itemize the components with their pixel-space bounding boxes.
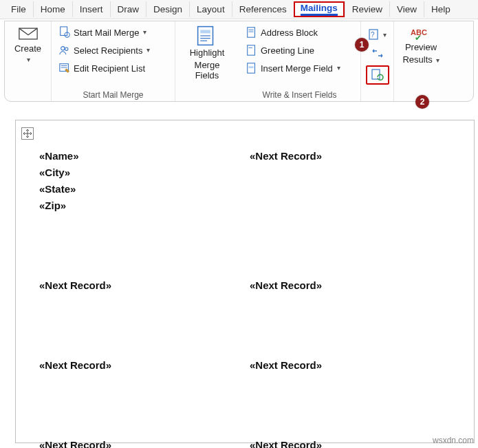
group-create: Create ▾ — [5, 21, 52, 101]
people-icon — [58, 44, 71, 56]
list-edit-icon — [58, 62, 71, 74]
group-label-start-mail-merge: Start Mail Merge — [56, 89, 171, 100]
svg-rect-9 — [200, 30, 210, 34]
chevron-down-icon: ▾ — [383, 31, 387, 39]
label-cell-2: «Next Record» — [250, 148, 460, 214]
label-cell-6: «Next Record» — [250, 357, 460, 374]
svg-point-4 — [65, 47, 68, 50]
active-tab-underline — [301, 14, 338, 16]
tab-mailings-label: Mailings — [301, 3, 338, 13]
tab-file[interactable]: File — [4, 1, 33, 17]
tab-layout[interactable]: Layout — [189, 1, 232, 17]
tab-draw[interactable]: Draw — [110, 1, 146, 17]
ribbon: Create ▾ Start Mail Merge ▾ Select Recip… — [4, 21, 474, 102]
tab-insert[interactable]: Insert — [72, 1, 110, 17]
document-canvas: «Name» «City» «State» «Zip» «Next Record… — [15, 120, 475, 443]
ribbon-tabs: File Home Insert Draw Design Layout Refe… — [0, 0, 478, 19]
merge-field-next-record: «Next Record» — [250, 277, 460, 294]
create-button[interactable]: Create ▾ — [9, 24, 47, 65]
insert-merge-field-label: Insert Merge Field — [261, 64, 333, 73]
document-icon — [246, 44, 258, 56]
start-mail-merge-button[interactable]: Start Mail Merge ▾ — [56, 24, 171, 41]
address-block-button[interactable]: Address Block — [243, 24, 356, 41]
rules-button[interactable]: ? ▾ — [368, 27, 387, 42]
svg-text:✔: ✔ — [415, 33, 422, 41]
abc-check-icon: ABC✔ — [409, 25, 433, 41]
merge-field-next-record: «Next Record» — [250, 357, 460, 374]
update-labels-highlight — [366, 65, 389, 85]
create-label: Create — [14, 43, 41, 54]
svg-rect-13 — [248, 28, 255, 37]
group-start-mail-merge: Start Mail Merge ▾ Select Recipients ▾ E… — [52, 21, 175, 101]
edit-recipient-list-label: Edit Recipient List — [74, 64, 145, 73]
tab-references[interactable]: References — [232, 1, 294, 17]
merge-field-next-record: «Next Record» — [39, 357, 250, 374]
address-block-label: Address Block — [261, 28, 318, 37]
label-cell-5: «Next Record» — [39, 357, 250, 374]
highlight-line1: Highlight — [190, 47, 225, 58]
badge-1: 1 — [355, 38, 369, 52]
merge-field-name: «Name» — [39, 148, 250, 164]
merge-field-next-record: «Next Record» — [39, 277, 250, 294]
group-highlight: Highlight Merge Fields — [175, 21, 239, 101]
tab-home[interactable]: Home — [33, 1, 72, 17]
highlight-line2: Merge Fields — [184, 60, 230, 81]
highlight-merge-fields-button[interactable]: Highlight Merge Fields — [180, 24, 235, 83]
table-move-handle[interactable] — [21, 127, 34, 140]
group-tools: ? ▾ — [361, 21, 394, 101]
label-cell-3: «Next Record» — [39, 277, 250, 294]
chevron-down-icon: ▾ — [434, 56, 439, 64]
rules-icon: ? — [368, 28, 382, 41]
edit-recipient-list-button[interactable]: Edit Recipient List — [56, 60, 171, 76]
match-fields-button[interactable] — [368, 46, 387, 61]
tab-design[interactable]: Design — [146, 1, 189, 17]
select-recipients-button[interactable]: Select Recipients ▾ — [56, 42, 171, 58]
merge-field-city: «City» — [39, 164, 250, 181]
insert-merge-field-button[interactable]: Insert Merge Field ▾ — [243, 60, 356, 76]
merge-field-next-record: «Next Record» — [250, 148, 460, 164]
chevron-down-icon: ▾ — [146, 47, 150, 54]
highlight-doc-icon — [195, 25, 219, 46]
label-cell-7: «Next Record» — [39, 437, 250, 448]
preview-line1: Preview — [405, 42, 437, 53]
document-gear-icon — [58, 26, 71, 39]
preview-results-button[interactable]: ABC✔ Preview Results ▾ — [398, 24, 444, 66]
start-mail-merge-label: Start Mail Merge — [74, 28, 139, 37]
greeting-line-label: Greeting Line — [261, 46, 314, 55]
chevron-down-icon: ▾ — [27, 56, 30, 64]
group-write-insert: Address Block Greeting Line Insert Merge… — [239, 21, 361, 101]
svg-rect-19 — [249, 66, 254, 68]
merge-field-zip: «Zip» — [39, 198, 250, 214]
tab-view[interactable]: View — [389, 1, 424, 17]
match-fields-icon — [371, 47, 384, 60]
tab-review[interactable]: Review — [345, 1, 389, 17]
svg-rect-22 — [372, 70, 380, 79]
update-labels-button[interactable] — [368, 67, 387, 83]
svg-text:?: ? — [371, 31, 375, 39]
label-cell-1: «Name» «City» «State» «Zip» — [39, 148, 250, 214]
svg-point-3 — [61, 47, 65, 50]
document-field-icon — [246, 62, 258, 74]
merge-field-state: «State» — [39, 181, 250, 198]
tab-help[interactable]: Help — [424, 1, 457, 17]
label-cell-4: «Next Record» — [250, 277, 460, 294]
merge-field-next-record: «Next Record» — [39, 437, 250, 448]
update-labels-icon — [371, 69, 384, 81]
greeting-line-button[interactable]: Greeting Line — [243, 42, 356, 58]
svg-rect-1 — [61, 27, 67, 36]
select-recipients-label: Select Recipients — [74, 46, 142, 55]
label-cell-8: «Next Record» — [250, 437, 460, 448]
svg-rect-16 — [248, 45, 255, 55]
document-icon — [246, 26, 258, 39]
envelope-icon — [19, 25, 38, 42]
merge-field-next-record: «Next Record» — [250, 437, 460, 448]
watermark: wsxdn.com — [433, 436, 474, 445]
group-label-write-insert: Write & Insert Fields — [243, 89, 356, 100]
tab-mailings[interactable]: Mailings — [294, 1, 345, 17]
preview-line2: Results — [402, 54, 432, 65]
chevron-down-icon: ▾ — [143, 29, 146, 36]
move-icon — [23, 129, 32, 138]
badge-2: 2 — [415, 95, 429, 109]
chevron-down-icon: ▾ — [337, 65, 340, 72]
labels-grid: «Name» «City» «State» «Zip» «Next Record… — [39, 148, 460, 448]
